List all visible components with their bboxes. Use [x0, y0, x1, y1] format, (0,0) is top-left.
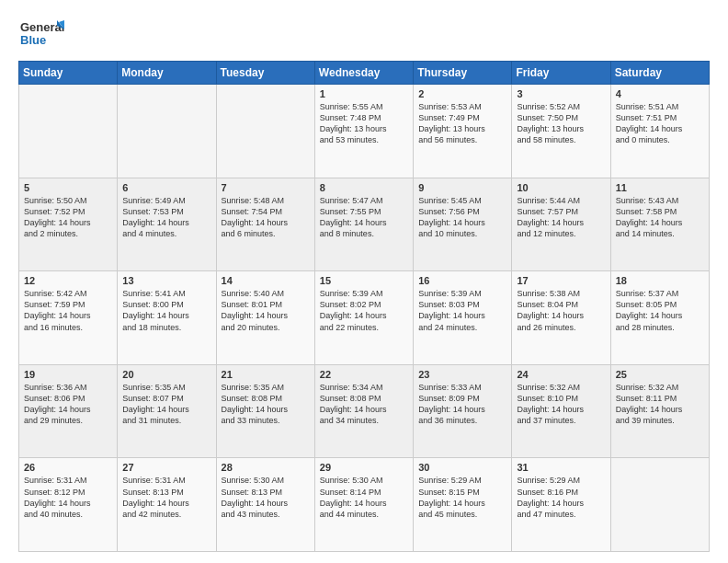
calendar-cell: 5Sunrise: 5:50 AMSunset: 7:52 PMDaylight…	[19, 178, 118, 271]
day-number: 5	[24, 182, 112, 193]
day-number: 2	[418, 88, 506, 99]
cell-content: Sunrise: 5:33 AMSunset: 8:09 PMDaylight:…	[418, 382, 506, 427]
day-number: 30	[418, 462, 506, 473]
cell-content: Sunrise: 5:29 AMSunset: 8:15 PMDaylight:…	[418, 475, 506, 520]
day-number: 11	[616, 182, 704, 193]
calendar-header-row: SundayMondayTuesdayWednesdayThursdayFrid…	[19, 62, 710, 85]
day-number: 19	[24, 369, 112, 380]
day-number: 28	[222, 462, 310, 473]
header: General Blue	[18, 17, 710, 52]
cell-content: Sunrise: 5:37 AMSunset: 8:05 PMDaylight:…	[616, 288, 704, 333]
calendar-week-3: 12Sunrise: 5:42 AMSunset: 7:59 PMDayligh…	[19, 271, 710, 365]
cell-content: Sunrise: 5:42 AMSunset: 7:59 PMDaylight:…	[24, 288, 112, 333]
calendar-cell: 4Sunrise: 5:51 AMSunset: 7:51 PMDaylight…	[610, 85, 709, 178]
calendar-cell: 20Sunrise: 5:35 AMSunset: 8:07 PMDayligh…	[118, 364, 216, 458]
cell-content: Sunrise: 5:49 AMSunset: 7:53 PMDaylight:…	[122, 195, 210, 240]
calendar-cell	[216, 85, 314, 178]
cell-content: Sunrise: 5:55 AMSunset: 7:48 PMDaylight:…	[320, 101, 408, 146]
calendar-cell: 9Sunrise: 5:45 AMSunset: 7:56 PMDaylight…	[414, 178, 512, 271]
calendar-week-1: 1Sunrise: 5:55 AMSunset: 7:48 PMDaylight…	[19, 85, 710, 178]
calendar-cell	[19, 85, 118, 178]
calendar-cell: 14Sunrise: 5:40 AMSunset: 8:01 PMDayligh…	[216, 271, 314, 365]
day-number: 1	[320, 88, 408, 99]
day-number: 26	[24, 462, 112, 473]
svg-text:Blue: Blue	[20, 33, 46, 47]
calendar-cell: 12Sunrise: 5:42 AMSunset: 7:59 PMDayligh…	[19, 271, 118, 365]
calendar-cell: 7Sunrise: 5:48 AMSunset: 7:54 PMDaylight…	[216, 178, 314, 271]
calendar-cell: 18Sunrise: 5:37 AMSunset: 8:05 PMDayligh…	[610, 271, 709, 365]
calendar-cell: 3Sunrise: 5:52 AMSunset: 7:50 PMDaylight…	[512, 85, 610, 178]
cell-content: Sunrise: 5:45 AMSunset: 7:56 PMDaylight:…	[418, 195, 506, 240]
day-number: 17	[517, 275, 605, 286]
logo: General Blue	[18, 17, 64, 52]
day-number: 16	[418, 275, 506, 286]
day-number: 13	[122, 275, 210, 286]
calendar-cell: 29Sunrise: 5:30 AMSunset: 8:14 PMDayligh…	[314, 458, 413, 552]
calendar-cell	[118, 85, 216, 178]
cell-content: Sunrise: 5:34 AMSunset: 8:08 PMDaylight:…	[320, 382, 408, 427]
cell-content: Sunrise: 5:51 AMSunset: 7:51 PMDaylight:…	[616, 101, 704, 146]
cell-content: Sunrise: 5:50 AMSunset: 7:52 PMDaylight:…	[24, 195, 112, 240]
day-number: 22	[320, 369, 408, 380]
calendar-dow-wednesday: Wednesday	[314, 62, 413, 85]
page: General Blue SundayMondayTuesdayWednesda…	[0, 0, 728, 563]
calendar-cell: 23Sunrise: 5:33 AMSunset: 8:09 PMDayligh…	[414, 364, 512, 458]
day-number: 7	[222, 182, 310, 193]
cell-content: Sunrise: 5:41 AMSunset: 8:00 PMDaylight:…	[122, 288, 210, 333]
cell-content: Sunrise: 5:48 AMSunset: 7:54 PMDaylight:…	[222, 195, 310, 240]
day-number: 9	[418, 182, 506, 193]
calendar-dow-sunday: Sunday	[19, 62, 118, 85]
day-number: 6	[122, 182, 210, 193]
calendar-cell	[610, 458, 709, 552]
calendar-cell: 19Sunrise: 5:36 AMSunset: 8:06 PMDayligh…	[19, 364, 118, 458]
day-number: 14	[222, 275, 310, 286]
day-number: 10	[517, 182, 605, 193]
day-number: 25	[616, 369, 704, 380]
calendar-dow-saturday: Saturday	[610, 62, 709, 85]
calendar-cell: 24Sunrise: 5:32 AMSunset: 8:10 PMDayligh…	[512, 364, 610, 458]
cell-content: Sunrise: 5:32 AMSunset: 8:11 PMDaylight:…	[616, 382, 704, 427]
calendar-week-5: 26Sunrise: 5:31 AMSunset: 8:12 PMDayligh…	[19, 458, 710, 552]
calendar-cell: 30Sunrise: 5:29 AMSunset: 8:15 PMDayligh…	[414, 458, 512, 552]
calendar-cell: 27Sunrise: 5:31 AMSunset: 8:13 PMDayligh…	[118, 458, 216, 552]
cell-content: Sunrise: 5:30 AMSunset: 8:13 PMDaylight:…	[222, 475, 310, 520]
day-number: 24	[517, 369, 605, 380]
calendar-cell: 22Sunrise: 5:34 AMSunset: 8:08 PMDayligh…	[314, 364, 413, 458]
day-number: 8	[320, 182, 408, 193]
calendar-cell: 11Sunrise: 5:43 AMSunset: 7:58 PMDayligh…	[610, 178, 709, 271]
calendar-cell: 13Sunrise: 5:41 AMSunset: 8:00 PMDayligh…	[118, 271, 216, 365]
calendar-dow-tuesday: Tuesday	[216, 62, 314, 85]
calendar-week-2: 5Sunrise: 5:50 AMSunset: 7:52 PMDaylight…	[19, 178, 710, 271]
day-number: 18	[616, 275, 704, 286]
cell-content: Sunrise: 5:38 AMSunset: 8:04 PMDaylight:…	[517, 288, 605, 333]
calendar-cell: 8Sunrise: 5:47 AMSunset: 7:55 PMDaylight…	[314, 178, 413, 271]
cell-content: Sunrise: 5:35 AMSunset: 8:07 PMDaylight:…	[122, 382, 210, 427]
cell-content: Sunrise: 5:44 AMSunset: 7:57 PMDaylight:…	[517, 195, 605, 240]
calendar-table: SundayMondayTuesdayWednesdayThursdayFrid…	[18, 61, 710, 552]
calendar-dow-monday: Monday	[118, 62, 216, 85]
cell-content: Sunrise: 5:31 AMSunset: 8:13 PMDaylight:…	[122, 475, 210, 520]
cell-content: Sunrise: 5:32 AMSunset: 8:10 PMDaylight:…	[517, 382, 605, 427]
calendar-week-4: 19Sunrise: 5:36 AMSunset: 8:06 PMDayligh…	[19, 364, 710, 458]
calendar-cell: 6Sunrise: 5:49 AMSunset: 7:53 PMDaylight…	[118, 178, 216, 271]
day-number: 31	[517, 462, 605, 473]
cell-content: Sunrise: 5:52 AMSunset: 7:50 PMDaylight:…	[517, 101, 605, 146]
calendar-cell: 31Sunrise: 5:29 AMSunset: 8:16 PMDayligh…	[512, 458, 610, 552]
calendar-cell: 1Sunrise: 5:55 AMSunset: 7:48 PMDaylight…	[314, 85, 413, 178]
day-number: 20	[122, 369, 210, 380]
cell-content: Sunrise: 5:53 AMSunset: 7:49 PMDaylight:…	[418, 101, 506, 146]
cell-content: Sunrise: 5:30 AMSunset: 8:14 PMDaylight:…	[320, 475, 408, 520]
cell-content: Sunrise: 5:47 AMSunset: 7:55 PMDaylight:…	[320, 195, 408, 240]
logo-svg: General Blue	[18, 17, 64, 52]
cell-content: Sunrise: 5:29 AMSunset: 8:16 PMDaylight:…	[517, 475, 605, 520]
calendar-cell: 17Sunrise: 5:38 AMSunset: 8:04 PMDayligh…	[512, 271, 610, 365]
cell-content: Sunrise: 5:36 AMSunset: 8:06 PMDaylight:…	[24, 382, 112, 427]
day-number: 4	[616, 88, 704, 99]
day-number: 12	[24, 275, 112, 286]
calendar-cell: 10Sunrise: 5:44 AMSunset: 7:57 PMDayligh…	[512, 178, 610, 271]
calendar-cell: 28Sunrise: 5:30 AMSunset: 8:13 PMDayligh…	[216, 458, 314, 552]
calendar-cell: 16Sunrise: 5:39 AMSunset: 8:03 PMDayligh…	[414, 271, 512, 365]
calendar-dow-thursday: Thursday	[414, 62, 512, 85]
day-number: 3	[517, 88, 605, 99]
day-number: 27	[122, 462, 210, 473]
